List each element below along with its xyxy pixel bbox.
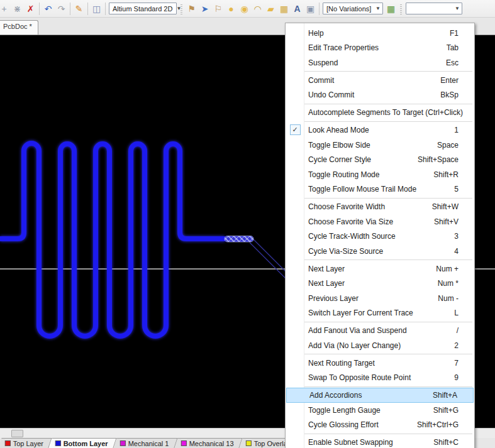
pad-array-icon[interactable]: ▦	[277, 3, 291, 15]
menu-item-shortcut: Num *	[438, 279, 474, 288]
menu-item-shortcut: BkSp	[440, 90, 474, 99]
context-menu: HelpF1Edit Trace PropertiesTabSuspendEsc…	[285, 23, 475, 448]
toolbar-separator	[319, 3, 320, 15]
menu-item-next-layer[interactable]: Next LayerNum +	[286, 261, 474, 276]
board-insight-icon[interactable]: ◫	[90, 3, 103, 15]
checkmark-icon: ✓	[290, 124, 301, 135]
menu-item-next-routing-target[interactable]: Next Routing Target7	[286, 356, 474, 371]
layer-tab-top-layer[interactable]: Top Layer	[0, 438, 52, 448]
route-direction-icon[interactable]: ➤	[198, 3, 211, 15]
crosshair-icon[interactable]: +	[0, 3, 11, 15]
crosshair-icon-glyph: +	[1, 3, 6, 15]
menu-item-enable-subnet-swapping[interactable]: Enable Subnet SwappingShift+C	[286, 435, 474, 448]
menu-item-label: Switch Layer For Current Trace	[304, 309, 454, 317]
menu-item-choose-favorite-via-size[interactable]: Choose Favorite Via SizeShift+V	[286, 214, 474, 229]
via-icon[interactable]: ◉	[238, 3, 251, 15]
menu-item-label: Add Accordions	[306, 391, 433, 400]
menu-item-gutter: ✓	[286, 124, 304, 135]
menu-item-look-ahead-mode[interactable]: ✓Look Ahead Mode1	[286, 123, 474, 138]
chevron-down-icon[interactable]: ▼	[372, 6, 381, 11]
menu-item-autocomplete-segments-to-target-ctrl-click[interactable]: Autocomplete Segments To Target (Ctrl+Cl…	[286, 105, 474, 120]
pad-icon[interactable]: ●	[225, 3, 238, 15]
menu-item-cycle-glossing-effort[interactable]: Cycle Glossing EffortShift+Ctrl+G	[286, 417, 474, 432]
menu-item-choose-favorite-width[interactable]: Choose Favorite WidthShift+W	[286, 199, 474, 214]
component-icon-glyph: ▣	[306, 3, 314, 15]
menu-item-label: Help	[304, 29, 450, 38]
menu-item-toggle-follow-mouse-trail-mode[interactable]: Toggle Follow Mouse Trail Mode5	[286, 182, 474, 197]
context-menu-items: HelpF1Edit Trace PropertiesTabSuspendEsc…	[286, 26, 474, 448]
view-configuration-combo[interactable]: Altium Standard 2D▼	[109, 3, 177, 14]
menu-item-shortcut: Enter	[440, 76, 474, 85]
menu-item-undo-commit[interactable]: Undo CommitBkSp	[286, 88, 474, 103]
layer-tab-bottom-layer[interactable]: Bottom Layer	[49, 438, 117, 448]
menu-item-cycle-corner-style[interactable]: Cycle Corner StyleShift+Space	[286, 152, 474, 167]
menu-item-label: Swap To Opposite Route Point	[304, 373, 454, 382]
menu-item-suspend[interactable]: SuspendEsc	[286, 55, 474, 70]
menu-item-label: Commit	[304, 76, 440, 85]
menu-item-label: Toggle Elbow Side	[304, 141, 437, 150]
menu-item-add-accordions[interactable]: Add AccordionsShift+A	[286, 388, 474, 403]
scrollbar-thumb[interactable]	[11, 430, 23, 437]
differential-pair-route-icon[interactable]: ⚐	[211, 3, 225, 15]
menu-item-shortcut: /	[457, 326, 474, 335]
menu-item-shortcut: Space	[437, 141, 474, 150]
variant-chip-icon[interactable]: ▦	[384, 3, 398, 15]
menu-separator	[304, 71, 472, 72]
chevron-down-icon[interactable]: ▼	[451, 6, 460, 11]
fill-icon[interactable]: ▰	[264, 3, 277, 15]
lookahead-trace-segment	[225, 236, 253, 243]
menu-item-label: Next Routing Target	[304, 359, 454, 368]
menu-item-shortcut: Shift+V	[434, 217, 474, 226]
menu-item-next-layer[interactable]: Next LayerNum *	[286, 276, 474, 291]
layer-color-swatch	[5, 440, 11, 446]
menu-item-label: Previous Layer	[304, 294, 438, 303]
variations-combo[interactable]: [No Variations]▼	[323, 3, 383, 14]
menu-separator	[304, 104, 472, 104]
menu-item-toggle-elbow-side[interactable]: Toggle Elbow SideSpace	[286, 138, 474, 153]
redo-icon-glyph: ↷	[58, 3, 65, 15]
menu-item-label: Enable Subnet Swapping	[304, 438, 433, 447]
menu-item-toggle-routing-mode[interactable]: Toggle Routing ModeShift+R	[286, 167, 474, 182]
menu-item-toggle-length-gauge[interactable]: Toggle Length GaugeShift+G	[286, 403, 474, 418]
menu-item-edit-trace-properties[interactable]: Edit Trace PropertiesTab	[286, 41, 474, 56]
variations-combo-value: [No Variations]	[326, 5, 371, 13]
menu-item-add-fanout-via-and-suspend[interactable]: Add Fanout Via and Suspend/	[286, 323, 474, 338]
snap-point-icon[interactable]: ⋇	[11, 3, 24, 15]
layer-tab-label: Top Layer	[13, 440, 43, 447]
menu-item-previous-layer[interactable]: Previous LayerNum -	[286, 291, 474, 306]
magic-wand-icon[interactable]: ✎	[72, 3, 86, 15]
menu-item-cycle-via-size-source[interactable]: Cycle Via-Size Source4	[286, 244, 474, 259]
menu-item-switch-layer-for-current-trace[interactable]: Switch Layer For Current TraceL	[286, 306, 474, 321]
differential-pair-route-icon-glyph: ⚐	[214, 3, 222, 15]
menu-item-label: Cycle Glossing Effort	[304, 420, 417, 429]
redo-icon[interactable]: ↷	[55, 3, 68, 15]
string-icon[interactable]: A	[291, 3, 304, 15]
menu-item-shortcut: 2	[454, 341, 474, 350]
fill-icon-glyph: ▰	[267, 3, 274, 15]
menu-item-cycle-track-width-source[interactable]: Cycle Track-Width Source3	[286, 229, 474, 244]
view-configuration-combo-value: Altium Standard 2D	[113, 5, 172, 13]
menu-item-shortcut: Shift+R	[433, 170, 474, 179]
document-tab-pcbdoc[interactable]: PcbDoc *	[0, 20, 38, 35]
menu-item-label: Suspend	[304, 58, 446, 67]
menu-separator	[304, 121, 472, 122]
toolbar-separator	[105, 3, 106, 15]
delete-track-icon[interactable]: ✗	[24, 3, 37, 15]
arc-icon[interactable]: ◠	[251, 3, 264, 15]
layer-tab-mechanical-13[interactable]: Mechanical 13	[174, 438, 242, 448]
menu-item-label: Toggle Follow Mouse Trail Mode	[304, 185, 454, 194]
menu-item-commit[interactable]: CommitEnter	[286, 73, 474, 88]
menu-separator	[304, 386, 472, 387]
board-insight-icon-glyph: ◫	[92, 3, 101, 15]
undo-icon[interactable]: ↶	[42, 3, 55, 15]
interactive-route-icon[interactable]: ⚑	[185, 3, 198, 15]
menu-item-label: Next Layer	[304, 265, 436, 273]
layer-color-swatch	[246, 440, 252, 446]
unnamed-combo[interactable]: ▼	[406, 3, 462, 14]
layer-tab-mechanical-1[interactable]: Mechanical 1	[114, 438, 178, 448]
component-icon[interactable]: ▣	[304, 3, 317, 15]
delete-track-icon-glyph: ✗	[27, 3, 35, 15]
menu-item-swap-to-opposite-route-point[interactable]: Swap To Opposite Route Point9	[286, 370, 474, 385]
menu-item-add-via-no-layer-change[interactable]: Add Via (No Layer Change)2	[286, 338, 474, 353]
menu-item-help[interactable]: HelpF1	[286, 26, 474, 41]
